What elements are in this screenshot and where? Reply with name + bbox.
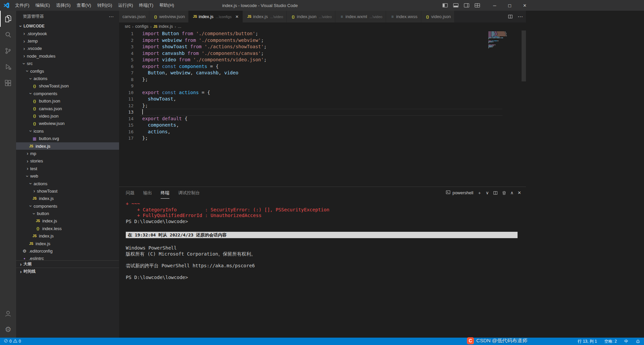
split-terminal-icon[interactable] [493,191,498,195]
close-tab-icon[interactable]: ✕ [234,14,239,19]
search-icon[interactable] [0,27,16,43]
file-item[interactable]: ▦button.svg [16,135,119,142]
minimize-button[interactable]: ─ [487,0,502,11]
tab-index.js[interactable]: JSindex.js...\configs✕ [189,11,243,22]
menu-item[interactable]: 终端(T) [136,0,156,11]
explorer-icon[interactable] [0,11,16,27]
folder-item[interactable]: icons [16,127,119,135]
terminal-output[interactable]: + ~~~ + CategoryInfo : SecurityError: (:… [119,199,526,338]
code-line[interactable]: 9 [119,83,526,89]
maximize-button[interactable]: ◻ [502,0,517,11]
minimap[interactable] [488,31,506,49]
tab-video.json[interactable]: {}video.json [421,11,455,22]
folder-item[interactable]: web [16,172,119,180]
account-icon[interactable] [0,305,16,322]
toggle-panel-icon[interactable] [453,3,459,8]
folder-item[interactable]: .vscode [16,45,119,52]
code-line[interactable]: 3import showToast from './actions/showTo… [119,44,526,50]
folder-item[interactable]: actions [16,75,119,82]
sidebar-section-时间线[interactable]: 时间线 [16,268,119,275]
tab-index.js[interactable]: JSindex.js...\video [243,11,287,22]
folder-item[interactable]: components [16,202,119,210]
menu-item[interactable]: 文件(F) [12,0,33,11]
code-line[interactable]: 16 actions, [119,129,526,135]
status-item[interactable]: 中 [623,338,629,345]
folder-item[interactable]: mp [16,150,119,157]
breadcrumb-item[interactable]: JSindex.js [153,24,173,29]
customize-layout-icon[interactable] [474,3,480,8]
file-item[interactable]: JSindex.js [16,195,119,202]
panel-tab-问题[interactable]: 问题 [126,187,135,199]
file-item[interactable]: JSindex.js [16,217,119,225]
folder-item[interactable]: button [16,210,119,217]
file-item[interactable]: JSindex.js [16,240,119,247]
menu-item[interactable]: 选择(S) [53,0,73,11]
file-item[interactable]: {}index.less [16,225,119,232]
breadcrumb-item[interactable]: configs [135,24,149,29]
bell-icon[interactable] [635,338,641,345]
chevron-down-icon[interactable]: ∨ [486,190,489,195]
new-terminal-icon[interactable]: ＋ [477,190,482,196]
code-line[interactable]: 12}; [119,102,526,109]
split-editor-icon[interactable] [508,14,513,19]
panel-tab-输出[interactable]: 输出 [143,187,152,199]
sidebar-section-大纲[interactable]: 大纲 [16,260,119,268]
run-debug-icon[interactable] [0,59,16,75]
folder-item[interactable]: actions [16,180,119,187]
tab-index.wxml[interactable]: ≡index.wxml...\video [335,11,386,22]
folder-item[interactable]: configs [16,67,119,75]
close-button[interactable]: ✕ [517,0,532,11]
code-line[interactable]: 17}; [119,135,526,142]
code-line[interactable]: 13 [119,109,526,116]
folder-item[interactable]: test [16,165,119,172]
problems-indicator[interactable]: 0 0 [3,338,22,345]
breadcrumb-item[interactable]: ... [178,24,181,29]
tab-canvas.json[interactable]: canvas.json [119,11,149,22]
code-line[interactable]: 2import webview from './components/webvi… [119,37,526,44]
menu-item[interactable]: 编辑(E) [33,0,53,11]
source-control-icon[interactable] [0,43,16,59]
file-item[interactable]: JSindex.js [16,142,119,150]
panel-tab-调试控制台[interactable]: 调试控制台 [178,187,200,199]
extensions-icon[interactable] [0,75,16,91]
close-panel-icon[interactable]: ✕ [518,190,521,195]
folder-item[interactable]: .temp [16,37,119,45]
file-item[interactable]: {}video.json [16,112,119,120]
code-line[interactable]: 10export const actions = { [119,89,526,96]
shell-selector[interactable]: powershell [446,190,473,196]
folder-item[interactable]: .storybook [16,30,119,37]
folder-item[interactable]: node_modules [16,52,119,60]
code-line[interactable]: 15 components, [119,122,526,129]
tab-index.wxss[interactable]: ≡index.wxss [386,11,421,22]
editor-scrollbar[interactable] [522,30,526,81]
code-line[interactable]: 1import Button from './components/button… [119,30,526,37]
breadcrumb-item[interactable]: src [125,24,130,29]
folder-item[interactable]: showToast [16,187,119,195]
status-item[interactable]: 空格: 2 [603,338,618,345]
code-line[interactable]: 6export const components = { [119,63,526,70]
menu-item[interactable]: 转到(G) [94,0,115,11]
project-root-row[interactable]: LOWCODE [16,22,119,30]
file-item[interactable]: ●.eslintrc [16,255,119,260]
tab-webview.json[interactable]: {}webview.json [149,11,189,22]
folder-item[interactable]: src [16,60,119,67]
panel-tab-终端[interactable]: 终端 [161,187,169,199]
file-item[interactable]: {}button.json [16,97,119,105]
kill-terminal-icon[interactable] [502,191,506,195]
toggle-sidebar-icon[interactable] [442,3,448,8]
code-line[interactable]: 8}; [119,76,526,83]
file-item[interactable]: {}webview.json [16,120,119,127]
code-line[interactable]: 11 showToast, [119,96,526,102]
code-editor[interactable]: 1import Button from './components/button… [119,30,526,187]
menu-item[interactable]: 查看(V) [73,0,94,11]
code-line[interactable]: 14export default { [119,116,526,122]
code-line[interactable]: 7 Button, webview, canvashb, video [119,70,526,76]
maximize-panel-icon[interactable]: ∧ [511,190,514,195]
folder-item[interactable]: stories [16,157,119,165]
file-item[interactable]: JSindex.js [16,232,119,240]
more-actions-icon[interactable]: ⋯ [518,13,523,20]
toggle-secondary-sidebar-icon[interactable] [464,3,470,8]
settings-icon[interactable]: ⚙ [0,322,16,338]
file-item[interactable]: {}canvas.json [16,105,119,112]
tab-index.json[interactable]: {}index.json...\video [287,11,335,22]
